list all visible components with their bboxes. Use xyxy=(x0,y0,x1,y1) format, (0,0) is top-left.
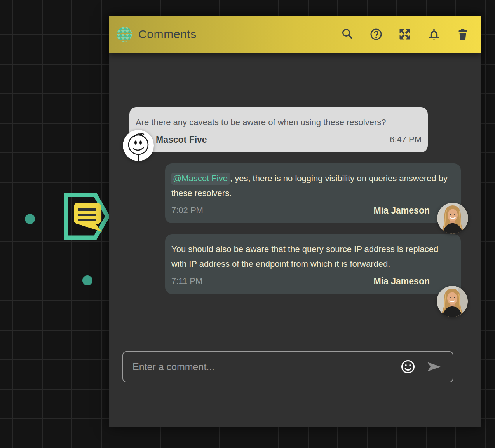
message-bubble: Are there any caveats to be aware of whe… xyxy=(129,107,428,152)
decoration-dot xyxy=(25,214,35,224)
bell-icon[interactable] xyxy=(427,27,441,41)
send-icon[interactable] xyxy=(426,359,442,374)
message-meta: Mascot Five 6:47 PM xyxy=(136,134,422,145)
message-author: Mascot Five xyxy=(156,134,207,145)
message-author: Mia Jameson xyxy=(374,205,430,216)
message-timestamp: 7:02 PM xyxy=(171,205,203,216)
message-meta: 7:02 PM Mia Jameson xyxy=(171,205,455,216)
avatar-mascot xyxy=(123,130,154,161)
canvas-background: Comments xyxy=(0,0,495,448)
message-text: You should also be aware that the query … xyxy=(171,242,455,271)
speech-bubble-icon xyxy=(74,203,102,232)
search-icon[interactable] xyxy=(340,27,354,41)
comments-panel: Comments xyxy=(109,16,481,427)
page-title: Comments xyxy=(138,28,340,41)
messages-scroll-area[interactable]: Are there any caveats to be aware of whe… xyxy=(109,53,481,351)
avatar-mia-jameson xyxy=(437,286,468,317)
header-actions xyxy=(340,27,469,41)
expand-icon[interactable] xyxy=(398,27,412,41)
message-timestamp: 6:47 PM xyxy=(390,134,422,145)
message-bubble: You should also be aware that the query … xyxy=(165,234,461,294)
message-meta: 7:11 PM Mia Jameson xyxy=(171,275,455,287)
avatar-mia-jameson xyxy=(437,203,468,234)
mention-link[interactable]: @Mascot Five xyxy=(171,173,230,185)
comment-composer xyxy=(122,351,453,382)
message-text: @Mascot Five, yes, there is no logging v… xyxy=(171,171,455,201)
comment-tag-decoration xyxy=(62,191,111,240)
message-bubble: @Mascot Five, yes, there is no logging v… xyxy=(165,163,461,223)
emoji-icon[interactable] xyxy=(400,359,416,374)
panel-header: Comments xyxy=(109,16,481,53)
message-author: Mia Jameson xyxy=(374,275,430,287)
app-logo-icon xyxy=(117,26,132,42)
trash-icon[interactable] xyxy=(455,27,469,41)
help-icon[interactable] xyxy=(369,27,383,41)
message-timestamp: 7:11 PM xyxy=(171,275,202,287)
decoration-dot xyxy=(82,275,92,285)
message-text: Are there any caveats to be aware of whe… xyxy=(136,115,422,130)
